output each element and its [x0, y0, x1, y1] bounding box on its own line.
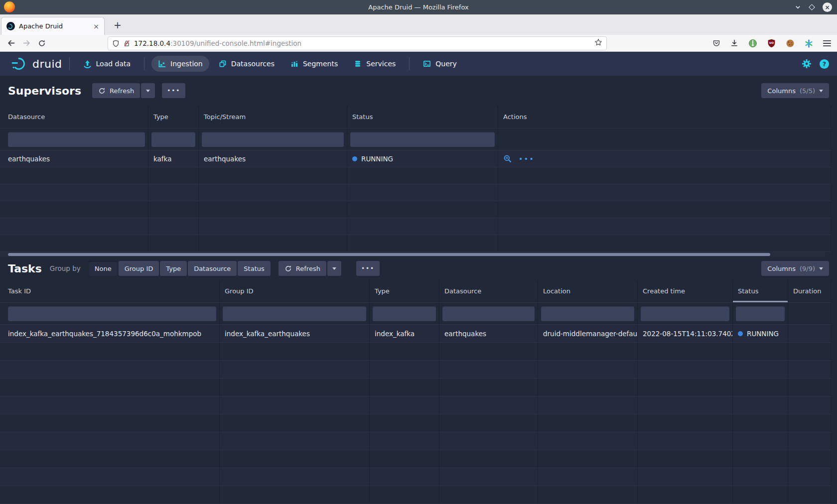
download-icon[interactable]: [730, 39, 738, 47]
nav-services-label: Services: [366, 60, 396, 68]
screen: Apache Druid — Mozilla Firefox × Apache …: [0, 0, 837, 504]
column-header-type[interactable]: Type: [370, 280, 439, 302]
tab-apache-druid[interactable]: Apache Druid ×: [1, 17, 105, 35]
group-id-filter-input[interactable]: [223, 306, 366, 321]
druid-favicon: [6, 22, 15, 30]
column-header-topic-stream[interactable]: Topic/Stream: [199, 106, 347, 128]
forward-icon[interactable]: [22, 39, 31, 47]
datasource-filter-input[interactable]: [8, 132, 145, 147]
datasource-filter-input[interactable]: [442, 306, 535, 321]
cell-topic-stream[interactable]: earthquakes: [199, 150, 347, 167]
window-titlebar: Apache Druid — Mozilla Firefox ×: [0, 0, 837, 14]
status-filter-input[interactable]: [350, 132, 495, 147]
query-icon: [423, 60, 431, 68]
cell-type[interactable]: index_kafka: [370, 325, 439, 342]
column-header-group-id[interactable]: Group ID: [220, 280, 370, 302]
column-header-type[interactable]: Type: [148, 106, 199, 128]
column-header-created-time[interactable]: Created time: [638, 280, 733, 302]
supervisors-refresh-dropdown-button[interactable]: [141, 83, 155, 98]
created-time-filter-input[interactable]: [641, 306, 729, 321]
cell-status[interactable]: RUNNING: [347, 150, 498, 167]
tasks-refresh-dropdown-button[interactable]: [327, 261, 341, 276]
column-header-duration[interactable]: Duration: [788, 280, 831, 302]
group-by-none-button[interactable]: None: [89, 261, 118, 276]
type-filter-input[interactable]: [151, 132, 195, 147]
supervisors-horizontal-scrollbar[interactable]: [0, 252, 825, 257]
cell-duration[interactable]: [788, 325, 831, 342]
ingestion-icon: [158, 60, 166, 68]
column-header-status-sorted[interactable]: Status: [733, 280, 788, 302]
column-header-task-id[interactable]: Task ID: [0, 280, 220, 302]
tab-close-icon[interactable]: ×: [93, 22, 99, 30]
nav-services[interactable]: Services: [347, 56, 402, 72]
cookie-icon[interactable]: [786, 39, 795, 48]
pocket-icon[interactable]: [712, 39, 720, 47]
privacy-badger-icon[interactable]: [748, 39, 757, 48]
datasources-icon: [219, 60, 227, 68]
inspect-magnifier-icon[interactable]: [503, 154, 512, 163]
column-header-status[interactable]: Status: [347, 106, 498, 128]
cell-datasource[interactable]: earthquakes: [0, 150, 148, 167]
help-icon[interactable]: ?: [820, 59, 829, 69]
cell-group-id[interactable]: index_kafka_earthquakes: [220, 325, 370, 342]
cell-datasource[interactable]: earthquakes: [439, 325, 538, 342]
tasks-refresh-button[interactable]: Refresh: [279, 261, 326, 276]
segments-icon: [290, 60, 298, 68]
reload-icon[interactable]: [38, 39, 46, 47]
bookmark-star-icon[interactable]: [594, 38, 602, 48]
nav-ingestion[interactable]: Ingestion: [151, 56, 209, 72]
type-filter-input[interactable]: [373, 306, 436, 321]
columns-label: Columns: [767, 265, 796, 272]
url-bar[interactable]: 172.18.0.4:30109/unified-console.html#in…: [108, 36, 607, 50]
scrollbar-thumb[interactable]: [8, 253, 770, 256]
cell-created-time[interactable]: 2022-08-15T14:11:03.740Z: [638, 325, 733, 342]
nav-divider: [144, 57, 144, 70]
group-by-type-button[interactable]: Type: [160, 261, 187, 276]
topic-stream-filter-input[interactable]: [202, 132, 344, 147]
nav-segments[interactable]: Segments: [284, 56, 344, 72]
ublock-origin-icon[interactable]: UO: [767, 39, 776, 48]
maximize-icon[interactable]: [809, 4, 815, 10]
group-by-group-id-button[interactable]: Group ID: [119, 261, 159, 276]
supervisors-refresh-button[interactable]: Refresh: [92, 83, 140, 98]
cell-task-id[interactable]: index_kafka_earthquakes_7184357396d6c0a_…: [0, 325, 220, 342]
tasks-more-button[interactable]: •••: [356, 261, 380, 276]
column-header-location[interactable]: Location: [538, 280, 638, 302]
settings-gear-icon[interactable]: [802, 59, 812, 69]
task-id-filter-input[interactable]: [8, 306, 216, 321]
tasks-title: Tasks: [8, 262, 42, 275]
druid-logo[interactable]: druid: [11, 56, 62, 71]
chevron-down-icon: [819, 90, 823, 92]
supervisors-columns-button[interactable]: Columns (5/5): [761, 83, 829, 98]
nav-datasources[interactable]: Datasources: [212, 56, 281, 72]
back-icon[interactable]: [7, 39, 15, 47]
task-row[interactable]: index_kafka_earthquakes_7184357396d6c0a_…: [0, 325, 831, 343]
location-filter-input[interactable]: [541, 306, 634, 321]
minimize-icon[interactable]: [795, 4, 801, 10]
tasks-columns-button[interactable]: Columns (9/9): [761, 261, 829, 276]
new-tab-button[interactable]: +: [114, 20, 122, 30]
cell-status[interactable]: RUNNING: [733, 325, 788, 342]
supervisors-filter-row: [0, 128, 831, 150]
browser-toolbar: 172.18.0.4:30109/unified-console.html#in…: [0, 35, 837, 52]
nav-query[interactable]: Query: [417, 56, 463, 72]
group-by-status-button[interactable]: Status: [238, 261, 270, 276]
insecure-lock-icon[interactable]: [123, 40, 131, 47]
supervisors-more-button[interactable]: •••: [162, 83, 185, 98]
column-header-datasource[interactable]: Datasource: [439, 280, 538, 302]
menu-hamburger-icon[interactable]: [823, 40, 831, 47]
cell-type[interactable]: kafka: [148, 150, 199, 167]
row-more-icon[interactable]: •••: [519, 155, 535, 163]
url-host: 172.18.0.4: [134, 39, 170, 47]
tracking-shield-icon[interactable]: [112, 40, 120, 47]
nav-load-data[interactable]: Load data: [77, 56, 138, 72]
column-header-datasource[interactable]: Datasource: [0, 106, 148, 128]
cell-location[interactable]: druid-middlemanager-defaul...: [538, 325, 638, 342]
close-icon[interactable]: ×: [823, 2, 832, 12]
supervisor-row[interactable]: earthquakes kafka earthquakes RUNNING ••…: [0, 150, 831, 167]
status-filter-input[interactable]: [736, 306, 785, 321]
containers-asterisk-icon[interactable]: [805, 39, 813, 48]
supervisors-section: Supervisors Refresh ••• Columns (5/5): [0, 76, 837, 257]
group-by-datasource-button[interactable]: Datasource: [188, 261, 237, 276]
supervisors-body: earthquakes kafka earthquakes RUNNING ••…: [0, 150, 831, 252]
